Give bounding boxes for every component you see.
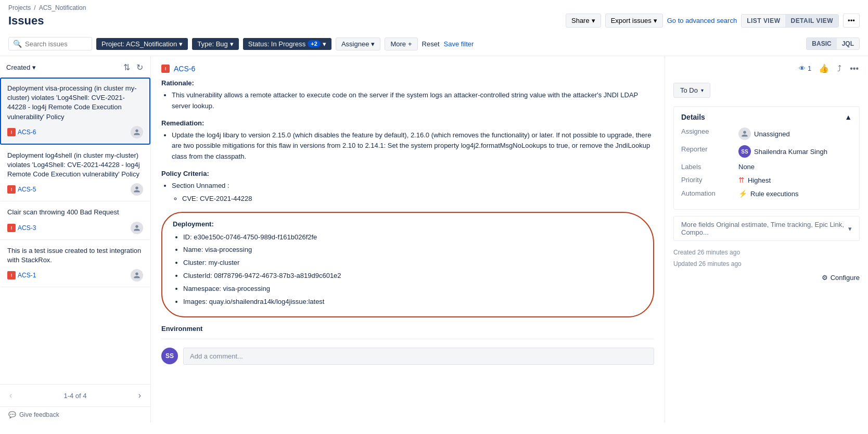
configure-button[interactable]: ⚙ Configure [822,274,860,282]
more-fields-section[interactable]: More fields Original estimate, Time trac… [673,216,860,241]
header-actions: Share ▾ Export issues ▾ Go to advanced s… [566,14,860,28]
automation-name: Rule executions [750,190,799,198]
list-item: Namespace: visa-processing [183,284,645,295]
issue-type-icon: ! [161,65,170,73]
policy-criteria-label: Policy Criteria: [161,170,654,177]
policy-section-unnamed: Section Unnamed : CVE: CVE-2021-44228 [172,181,654,205]
share-icon-button[interactable]: ⤴ [836,63,843,74]
basic-toggle-button[interactable]: BASIC [807,38,836,49]
issue-title: Clair scan throwing 400 Bad Request [7,208,143,217]
todo-chevron-icon: ▾ [701,87,704,93]
project-filter-label: Project: ACS_Notification [101,40,177,48]
left-panel-header: Created ▾ ⇅ ↻ [0,56,150,78]
sort-chevron-icon: ▾ [32,63,36,71]
list-item[interactable]: Deployment visa-processing (in cluster m… [0,78,150,145]
assignee-value: Unassigned [738,127,790,140]
issue-meta: ! ACS-6 [7,126,143,138]
project-filter-chip[interactable]: Project: ACS_Notification ▾ [96,38,188,50]
deployment-list: ID: e30e150c-0746-4750-989d-f161b026f2fe… [183,232,645,308]
list-item[interactable]: Clair scan throwing 400 Bad Request ! AC… [0,201,150,239]
list-item[interactable]: This is a test issue created to test int… [0,240,150,287]
policy-cve: CVE: CVE-2021-44228 [182,194,654,205]
configure-label: Configure [831,274,860,282]
created-timestamp: Created 26 minutes ago [673,247,860,259]
more-options-button[interactable]: ••• [843,14,860,28]
deployment-section: Deployment: ID: e30e150c-0746-4750-989d-… [161,212,654,318]
issue-key: ACS-1 [18,272,36,279]
list-item[interactable]: Deployment log4shell (in cluster my-clus… [0,145,150,202]
feedback-label: Give feedback [19,411,59,418]
list-view-button[interactable]: LIST VIEW [742,15,785,27]
issue-title: This is a test issue created to test int… [7,246,143,265]
refresh-icon[interactable]: ↻ [135,61,144,73]
more-filter-chip[interactable]: More + [385,37,417,50]
prev-page-button[interactable]: ‹ [6,390,15,401]
search-box[interactable]: 🔍 [8,37,92,50]
remediation-content: Update the log4j libary to version 2.15.… [172,130,654,162]
thumbsup-button[interactable]: 👍 [818,62,830,74]
remediation-label: Remediation: [161,119,654,127]
issue-list: Deployment visa-processing (in cluster m… [0,78,150,384]
share-chevron-icon: ▾ [592,17,595,24]
todo-dropdown[interactable]: To Do ▾ [673,83,710,98]
middle-panel: ! ACS-6 Rationale: This vulnerability al… [151,56,665,423]
issue-key: ACS-3 [18,224,36,232]
issue-title: Deployment log4shell (in cluster my-clus… [7,151,143,180]
details-header[interactable]: Details ▲ [681,113,852,121]
issue-meta: ! ACS-1 [7,269,143,282]
avatar [131,126,143,138]
filter-bar: 🔍 Project: ACS_Notification ▾ Type: Bug … [0,34,868,56]
reporter-value: SS Shailendra Kumar Singh [738,145,827,158]
type-filter-chip[interactable]: Type: Bug ▾ [192,38,239,50]
automation-row: Automation ⚡ Rule executions [681,189,852,198]
status-badge: +2 [308,40,321,47]
sort-label: Created [6,63,30,71]
issue-title: Deployment visa-processing (in cluster m… [7,84,143,122]
priority-row: Priority ⇈ Highest [681,176,852,184]
breadcrumb-sep: / [34,4,35,11]
assignee-chevron-icon: ▾ [371,40,375,48]
issue-key: ACS-6 [18,129,36,136]
ellipsis-button[interactable]: ••• [849,63,860,74]
issue-type-icon: ! [7,185,16,194]
priority-value: ⇈ Highest [738,176,771,184]
next-page-button[interactable]: › [135,390,144,401]
export-button[interactable]: Export issues ▾ [605,14,663,28]
list-item: Images: quay.io/shailendra14k/log4jissue… [183,297,645,308]
assignee-filter-chip[interactable]: Assignee ▾ [336,37,380,50]
status-filter-chip[interactable]: Status: In Progress +2 ▾ [243,38,331,50]
timestamps: Created 26 minutes ago Updated 26 minute… [673,247,860,270]
detail-view-button[interactable]: DETAIL VIEW [785,15,838,27]
watch-button[interactable]: 👁 1 [799,65,811,72]
comment-input[interactable]: Add a comment... [183,348,654,365]
issue-header-id: ACS-6 [174,65,195,73]
left-panel-icons: ⇅ ↻ [122,61,144,73]
more-options-icon: ••• [848,17,855,24]
sort-order-icon[interactable]: ⇅ [122,61,131,73]
right-panel-header: 👁 1 👍 ⤴ ••• [673,62,860,74]
save-filter-button[interactable]: Save filter [444,40,474,48]
issue-key: ACS-5 [18,186,36,193]
advanced-search-button[interactable]: Go to advanced search [667,17,737,24]
left-panel-footer: ‹ 1-4 of 4 › [0,384,150,406]
issue-type-icon: ! [7,128,16,136]
reporter-row: Reporter SS Shailendra Kumar Singh [681,145,852,158]
view-toggle: LIST VIEW DETAIL VIEW [741,14,839,28]
jql-toggle-button[interactable]: JQL [837,38,859,49]
labels-row: Labels None [681,163,852,171]
right-header-icons: 👁 1 👍 ⤴ ••• [799,62,860,74]
breadcrumb-projects[interactable]: Projects [8,4,31,11]
divider [161,339,654,339]
details-label: Details [681,113,705,121]
export-chevron-icon: ▾ [654,17,657,24]
search-icon: 🔍 [13,40,22,48]
issue-meta: ! ACS-5 [7,183,143,196]
priority-label: Priority [681,176,738,184]
automation-label: Automation [681,189,738,197]
sort-button[interactable]: Created ▾ [6,63,36,71]
share-button[interactable]: Share ▾ [566,14,601,28]
feedback-bar: 💬 Give feedback [0,406,150,423]
reporter-name: Shailendra Kumar Singh [754,148,827,156]
search-input[interactable] [25,40,87,48]
reset-button[interactable]: Reset [422,40,440,48]
